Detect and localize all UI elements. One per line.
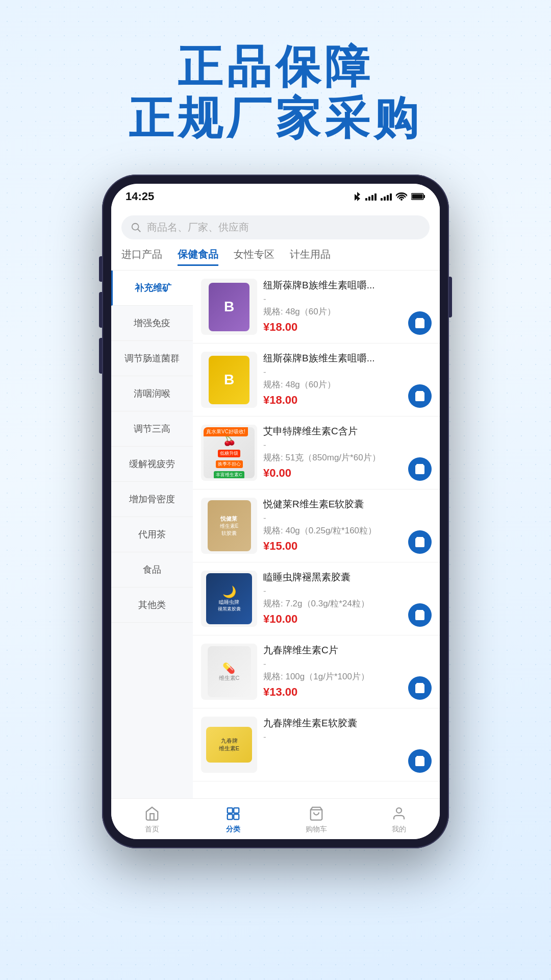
product-price: ¥15.00 [263,540,402,553]
tab-family-plan[interactable]: 计生用品 [290,248,331,266]
product-thumbnail: 💊 维生素C [208,646,251,697]
nav-profile[interactable]: 我的 [390,804,408,834]
product-spec: 规格: 48g（60片） [263,306,402,317]
phone-body: 14:25 [102,175,449,848]
sidebar-item-threehigh[interactable]: 调节三高 [111,411,193,447]
product-name[interactable]: 纽斯葆牌B族维生素咀嚼... [263,352,402,365]
product-dash: - [263,513,402,523]
svg-rect-1 [423,195,425,198]
phone-screen: 14:25 [111,184,440,839]
tab-womens[interactable]: 女性专区 [234,248,274,266]
category-tabs: 进口产品 保健食品 女性专区 计生用品 [111,243,440,271]
product-name[interactable]: 九春牌维生素E软胶囊 [263,717,402,730]
search-placeholder: 商品名、厂家、供应商 [147,220,249,234]
sidebar-item-throat[interactable]: 清咽润喉 [111,376,193,411]
product-dash: - [263,294,402,304]
category-icon [224,804,242,823]
tab-import[interactable]: 进口产品 [121,248,162,266]
tab-health-food[interactable]: 保健食品 [178,248,218,266]
signal-icon-1 [365,192,377,201]
signal-icon-2 [381,192,392,201]
add-to-cart-button[interactable] [408,311,432,335]
product-dash: - [263,586,402,596]
product-image: 💊 维生素C [201,644,257,700]
sidebar-item-bone[interactable]: 增加骨密度 [111,482,193,517]
nav-category[interactable]: 分类 [224,804,242,834]
content-area: 补充维矿 增强免疫 调节肠道菌群 清咽润喉 调节三高 缓解视疲劳 增加骨密度 代… [111,271,440,798]
product-image: 真水果VC好吸收! 🍒 低糖升级 换季不担心 丰富维生素C [201,425,257,481]
sidebar-item-tea[interactable]: 代用茶 [111,517,193,552]
header-line1: 正品保障 [0,41,551,92]
product-info: 悦健莱R维生素E软胶囊 - 规格: 40g（0.25g/粒*160粒） ¥15.… [263,498,402,553]
sidebar-item-food[interactable]: 食品 [111,552,193,587]
product-spec: 规格: 40g（0.25g/粒*160粒） [263,525,402,536]
sidebar-item-other[interactable]: 其他类 [111,587,193,623]
add-to-cart-button[interactable] [408,384,432,408]
product-dash: - [263,440,402,450]
phone-volume-mute [99,256,102,282]
add-to-cart-button[interactable] [408,676,432,700]
product-thumbnail: 🌙 瞌睡虫牌 褪黑素胶囊 [206,573,252,624]
svg-rect-13 [234,808,239,813]
product-info: 九春牌维生素C片 - 规格: 100g（1g/片*100片） ¥13.00 [263,644,402,699]
bluetooth-icon [353,191,361,202]
product-spec: 规格: 51克（850mg/片*60片） [263,452,402,463]
product-info: 艾申特牌维生素C含片 - 规格: 51克（850mg/片*60片） ¥0.00 [263,425,402,480]
nav-home[interactable]: 首页 [143,804,161,834]
product-dash: - [263,732,402,742]
add-to-cart-button[interactable] [408,749,432,773]
product-name[interactable]: 悦健莱R维生素E软胶囊 [263,498,402,511]
product-info: 纽斯葆牌B族维生素咀嚼... - 规格: 48g（60片） ¥18.00 [263,279,402,334]
product-image: 九春牌 维生素E [201,717,257,773]
sidebar-item-gut[interactable]: 调节肠道菌群 [111,341,193,376]
add-to-cart-button[interactable] [408,603,432,627]
product-price: ¥18.00 [263,321,402,334]
product-item: 💊 维生素C 九春牌维生素C片 - 规格: 100g（1g/片*100片） ¥1… [193,635,440,708]
product-list: B 纽斯葆牌B族维生素咀嚼... - 规格: 48g（60片） ¥18.00 [193,271,440,798]
nav-cart-label: 购物车 [306,825,327,834]
svg-rect-12 [228,808,233,813]
nav-cart[interactable]: 购物车 [306,804,327,834]
product-spec: 规格: 7.2g（0.3g/粒*24粒） [263,598,402,609]
product-thumbnail: B [209,283,249,331]
sidebar-item-vision[interactable]: 缓解视疲劳 [111,447,193,482]
product-name[interactable]: 九春牌维生素C片 [263,644,402,657]
product-price: ¥10.00 [263,612,402,626]
status-icons [353,191,425,202]
product-dash: - [263,367,402,377]
phone-mockup: 14:25 [0,175,551,848]
product-item: 🌙 瞌睡虫牌 褪黑素胶囊 瞌睡虫牌褪黑素胶囊 - 规格: 7.2g（0.3g/粒… [193,562,440,635]
svg-rect-2 [412,194,423,199]
product-image: B [201,352,257,408]
product-spec: 规格: 100g（1g/片*100片） [263,671,402,682]
svg-point-3 [132,224,139,230]
battery-icon [411,192,425,201]
sidebar-item-vitamins[interactable]: 补充维矿 [111,271,193,306]
nav-home-label: 首页 [145,825,159,834]
nav-profile-label: 我的 [392,825,406,834]
header-line2: 正规厂家采购 [0,92,551,144]
user-icon [390,804,408,823]
svg-point-17 [396,808,402,813]
svg-line-4 [138,229,141,232]
product-name[interactable]: 纽斯葆牌B族维生素咀嚼... [263,279,402,292]
status-time: 14:25 [126,190,154,203]
search-bar[interactable]: 商品名、厂家、供应商 [121,215,430,239]
product-thumbnail: B [209,356,249,404]
product-item: 九春牌 维生素E 九春牌维生素E软胶囊 - [193,708,440,781]
status-bar: 14:25 [111,184,440,209]
sidebar-item-immunity[interactable]: 增强免疫 [111,306,193,341]
product-info: 瞌睡虫牌褪黑素胶囊 - 规格: 7.2g（0.3g/粒*24粒） ¥10.00 [263,571,402,626]
product-name[interactable]: 瞌睡虫牌褪黑素胶囊 [263,571,402,584]
add-to-cart-button[interactable] [408,530,432,554]
product-image: B [201,279,257,335]
product-name[interactable]: 艾申特牌维生素C含片 [263,425,402,438]
phone-volume-up [99,292,102,328]
svg-rect-14 [228,814,233,819]
phone-power-button [449,277,452,317]
add-to-cart-button[interactable] [408,457,432,481]
product-item: B 纽斯葆牌B族维生素咀嚼... - 规格: 48g（60片） ¥18.00 [193,271,440,344]
product-item: 悦健莱 维生素E 软胶囊 悦健莱R维生素E软胶囊 - 规格: 40g（0.25g… [193,489,440,562]
product-spec: 规格: 48g（60片） [263,379,402,390]
bottom-nav: 首页 分类 [111,798,440,839]
